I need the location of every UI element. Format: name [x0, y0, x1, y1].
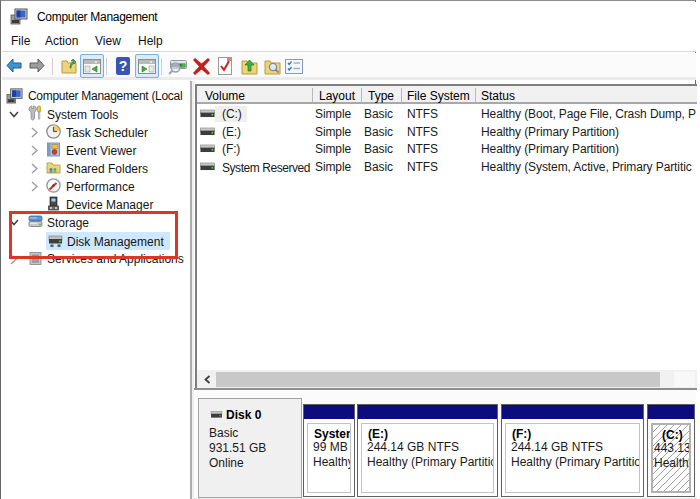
svg-text:?: ? — [119, 58, 128, 74]
